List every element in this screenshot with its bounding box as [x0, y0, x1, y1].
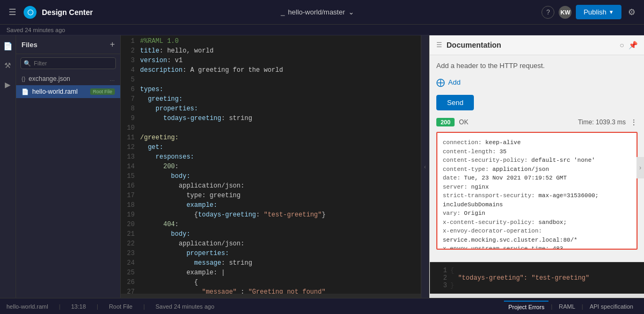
search-icon: 🔍 [24, 60, 31, 67]
code-line: 17 type: greeting [121, 192, 421, 201]
send-button[interactable]: Send [436, 95, 474, 110]
documentation-body: Add a header to the HTTP request. ⨁ Add … [430, 55, 644, 262]
header-line: vary: Origin [443, 209, 631, 218]
file-name: exchange.json [28, 75, 106, 83]
code-line: 6types: [121, 86, 421, 95]
branch-dropdown-icon: ⌄ [348, 8, 354, 16]
json-line: 1 { [436, 267, 638, 274]
help-button[interactable]: ? [541, 6, 554, 19]
main-layout: 📄 ⚒ ▶ Files + 🔍 {} exchange.json … 📄 hel… [0, 35, 644, 298]
editor-area: 1#%RAML 1.0 2title: hello, world 3versio… [121, 35, 421, 298]
header-line: service.mocking.svc.cluster.local:80/* [443, 236, 631, 245]
code-line: 14 200: [121, 163, 421, 173]
right-panel-scrollbar[interactable] [430, 294, 644, 298]
header-line: content-security-policy: default-src 'no… [443, 156, 631, 165]
code-line: 5 [121, 76, 421, 86]
bottom-left: hello-world.raml | 13:18 | Root File | S… [0, 303, 497, 310]
header-line: content-type: application/json [443, 165, 631, 174]
code-content[interactable]: 1#%RAML 1.0 2title: hello, world 3versio… [121, 35, 421, 294]
file-panel: Files + 🔍 {} exchange.json … 📄 hello-wor… [16, 35, 121, 298]
branch-indicator[interactable]: ⎯ hello-world/master ⌄ [281, 8, 354, 16]
code-line: 10 [121, 124, 421, 134]
add-circle-icon: ⨁ [436, 77, 445, 87]
code-line: 22 application/json: [121, 240, 421, 250]
file-options-icon[interactable]: … [109, 76, 115, 82]
publish-arrow-icon: ▼ [609, 9, 614, 15]
code-line: 21 body: [121, 230, 421, 240]
refresh-icon[interactable]: ○ [620, 41, 624, 49]
code-line: 18 example: [121, 201, 421, 211]
saved-bar: Saved 24 minutes ago [0, 25, 644, 35]
bottom-saved: Saved 24 minutes ago [156, 303, 214, 310]
root-file-badge: Root File [90, 88, 115, 95]
file-panel-title: Files [21, 41, 38, 49]
code-line: 1#%RAML 1.0 [121, 38, 421, 47]
bottom-filename: hello-world.raml [6, 303, 48, 310]
branch-name: hello-world/master [288, 8, 345, 16]
code-line: 24 message: string [121, 259, 421, 269]
publish-button[interactable]: Publish ▼ [576, 5, 621, 19]
response-header: 200 OK Time: 1039.3 ms ⋮ [436, 116, 638, 129]
list-item[interactable]: {} exchange.json … [16, 72, 120, 85]
code-line: 11/greeting: [121, 134, 421, 144]
settings-button[interactable]: ⚙ [626, 5, 638, 19]
tools-icon[interactable]: ⚒ [2, 59, 13, 72]
status-badge: 200 [436, 118, 455, 126]
file-list: {} exchange.json … 📄 hello-world.raml Ro… [16, 72, 120, 298]
header-line: x-content-security-policy: sandbox; [443, 218, 631, 227]
code-line: 20 404: [121, 221, 421, 230]
code-line: 15 body: [121, 173, 421, 182]
bottom-right: Project Errors | RAML | API specificatio… [497, 301, 644, 312]
list-item[interactable]: 📄 hello-world.raml Root File [16, 85, 120, 98]
header-line: server: nginx [443, 183, 631, 192]
add-header-description: Add a header to the HTTP request. [436, 62, 638, 70]
file-icon: 📄 [21, 88, 29, 95]
file-panel-header: Files + [16, 35, 120, 54]
tab-api-specification[interactable]: API specification [586, 301, 638, 312]
saved-text: Saved 24 minutes ago [6, 27, 65, 33]
tab-project-errors[interactable]: Project Errors [504, 301, 548, 312]
collapse-handle[interactable]: ‹ [421, 35, 429, 298]
expand-right-icon[interactable]: › [636, 157, 644, 178]
code-line: 16 application/json: [121, 182, 421, 192]
exchange-icon[interactable]: ▶ [3, 78, 13, 91]
app-title: Design Center [42, 8, 93, 17]
time-text: Time: 1039.3 ms [473, 118, 626, 126]
user-avatar: KW [559, 6, 572, 19]
response-options-icon[interactable]: ⋮ [630, 118, 638, 126]
file-icon: {} [21, 76, 25, 82]
header-line: x-envoy-decorator-operation: [443, 227, 631, 236]
documentation-header: ☰ Documentation ○ 📌 [430, 35, 644, 55]
search-input[interactable] [20, 57, 116, 69]
files-icon[interactable]: 📄 [1, 40, 14, 53]
hamburger-doc-icon: ☰ [436, 41, 442, 49]
code-line: 8 properties: [121, 105, 421, 115]
json-line: 3 } [436, 282, 638, 289]
hamburger-button[interactable]: ☰ [6, 5, 18, 19]
header-line: x-envoy-upstream-service-time: 483 [443, 244, 631, 250]
code-line: 2title: hello, world [121, 47, 421, 57]
branch-icon: ⎯ [281, 8, 285, 16]
editor-scrollbar[interactable] [121, 294, 421, 298]
code-line: 7 greeting: [121, 95, 421, 105]
add-label: Add [448, 78, 460, 86]
code-line: 27 "message" : "Greeting not found" [121, 288, 421, 294]
header-line: date: Tue, 23 Nov 2021 07:19:52 GMT [443, 174, 631, 183]
bottom-filetype: Root File [109, 303, 133, 310]
bottom-bar: hello-world.raml | 13:18 | Root File | S… [0, 298, 644, 314]
header-line: connection: keep-alive [443, 138, 631, 147]
json-preview: 1 { 2 "todays-greeting": "test-greeting"… [430, 262, 644, 294]
code-line: 26 { [121, 279, 421, 288]
json-line: 2 "todays-greeting": "test-greeting" [436, 274, 638, 282]
tab-raml[interactable]: RAML [554, 301, 580, 312]
file-search: 🔍 [20, 57, 116, 69]
right-panel: ☰ Documentation ○ 📌 Add a header to the … [429, 35, 644, 298]
code-line: 3version: v1 [121, 57, 421, 66]
add-header-button[interactable]: ⨁ Add [436, 75, 638, 89]
pin-icon[interactable]: 📌 [628, 41, 638, 49]
response-section: 200 OK Time: 1039.3 ms ⋮ connection: kee… [436, 116, 638, 250]
response-headers-body[interactable]: connection: keep-alive content-length: 3… [436, 132, 638, 250]
header-line: strict-transport-security: max-age=31536… [443, 191, 631, 209]
top-bar: ☰ ◯ Design Center ⎯ hello-world/master ⌄… [0, 0, 644, 25]
add-file-button[interactable]: + [110, 40, 115, 49]
